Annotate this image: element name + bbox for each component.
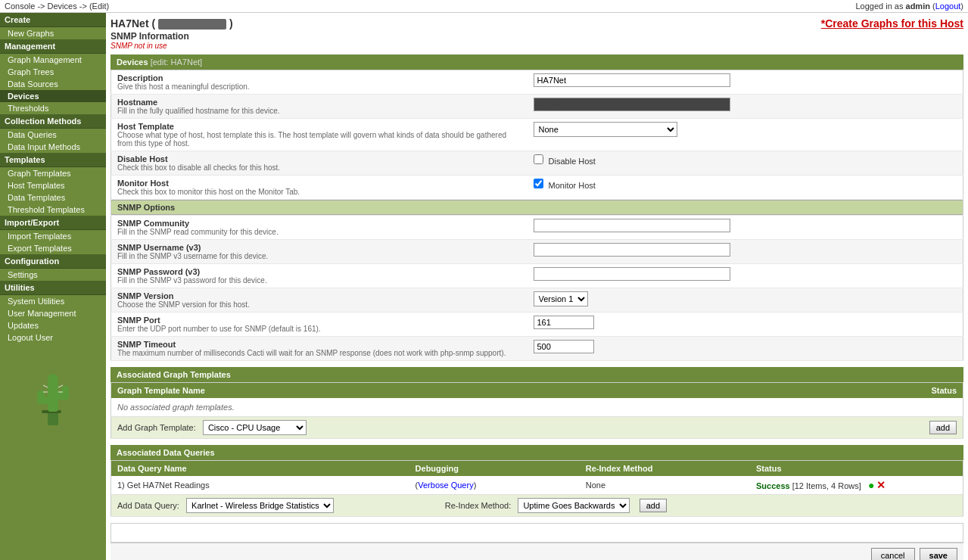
create-graphs-link[interactable]: *Create Graphs for this Host [821, 17, 963, 30]
field-disable-host-title: Disable Host [117, 154, 521, 163]
sidebar-section-import-export: Import/Export [0, 216, 106, 230]
svg-line-8 [43, 385, 48, 387]
sidebar-item-thresholds[interactable]: Thresholds [0, 102, 106, 114]
col-graph-template-status: Status [888, 383, 963, 399]
topbar: Console -> Devices -> (Edit) Logged in a… [0, 0, 968, 13]
monitor-host-checkbox[interactable] [534, 179, 543, 188]
snmp-username-input[interactable] [534, 243, 730, 257]
main-content: HA7Net ( ) SNMP Information SNMP not in … [106, 13, 968, 560]
field-snmp-community-input-cell [528, 216, 963, 240]
sidebar-item-data-input-methods[interactable]: Data Input Methods [0, 141, 106, 153]
disable-host-label: Disable Host [549, 157, 596, 166]
add-graph-template-button[interactable]: add [929, 421, 957, 434]
field-snmp-port-row: SNMP Port Enter the UDP port number to u… [111, 313, 963, 337]
sidebar-item-graph-templates[interactable]: Graph Templates [0, 167, 106, 179]
field-snmp-port-label-cell: SNMP Port Enter the UDP port number to u… [111, 313, 528, 337]
field-snmp-password-title: SNMP Password (v3) [117, 267, 521, 276]
assoc-data-queries-thead-row: Data Query Name Debugging Re-Index Metho… [111, 461, 963, 477]
field-snmp-username-input-cell [528, 240, 963, 264]
sidebar-item-devices[interactable]: Devices [0, 90, 106, 102]
logout-link[interactable]: Logout [935, 2, 961, 11]
field-monitor-host-title: Monitor Host [117, 179, 521, 188]
add-graph-template-select[interactable]: Cisco - CPU Usage Linux - Memory Usage I… [203, 420, 307, 435]
sidebar-item-graph-trees[interactable]: Graph Trees [0, 66, 106, 78]
field-description-title: Description [117, 73, 521, 82]
sidebar-section-collection: Collection Methods [0, 114, 106, 129]
sidebar-section-create: Create [0, 13, 106, 27]
reindex-method-select[interactable]: Uptime Goes Backwards Index Count Change… [518, 498, 630, 513]
sidebar-item-import-templates[interactable]: Import Templates [0, 230, 106, 242]
reindex-method-label: Re-Index Method: [445, 501, 511, 510]
description-input[interactable] [534, 73, 730, 87]
sidebar-item-updates[interactable]: Updates [0, 319, 106, 331]
sidebar-item-user-management[interactable]: User Management [0, 307, 106, 319]
host-template-select[interactable]: None [534, 122, 677, 137]
add-data-query-button[interactable]: add [640, 499, 667, 512]
assoc-data-queries-header: Associated Data Queries [110, 445, 963, 460]
save-button[interactable]: save [920, 548, 957, 560]
field-snmp-password-row: SNMP Password (v3) Fill in the SNMP v3 p… [111, 264, 963, 288]
data-query-status-1: Success [12 Items, 4 Rows] ● ✕ [750, 476, 963, 495]
bottom-spacer-row [113, 525, 961, 540]
field-snmp-port-input-cell [528, 313, 963, 337]
bottom-spacer-table [110, 523, 963, 543]
add-data-query-select[interactable]: Karlnet - Wireless Bridge Statistics SNM… [186, 498, 334, 513]
sidebar-item-data-sources[interactable]: Data Sources [0, 78, 106, 90]
monitor-host-label: Monitor Host [549, 181, 596, 190]
add-data-query-cell: Add Data Query: Karlnet - Wireless Bridg… [111, 495, 963, 517]
sidebar-item-export-templates[interactable]: Export Templates [0, 242, 106, 254]
sidebar-item-data-templates[interactable]: Data Templates [0, 191, 106, 204]
disable-host-checkbox[interactable] [534, 154, 543, 164]
data-query-debugging-1: (Verbose Query) [409, 476, 580, 495]
field-hostname-title: Hostname [117, 98, 521, 107]
field-snmp-version-label-cell: SNMP Version Choose the SNMP version for… [111, 288, 528, 313]
breadcrumb: Console -> Devices -> (Edit) [5, 2, 109, 11]
snmp-options-header-cell: SNMP Options [111, 200, 963, 216]
field-snmp-version-title: SNMP Version [117, 291, 521, 300]
assoc-graph-templates-table: Graph Template Name Status No associated… [110, 382, 963, 439]
sidebar-section-templates: Templates [0, 153, 106, 167]
field-snmp-username-label-cell: SNMP Username (v3) Fill in the SNMP v3 u… [111, 240, 528, 264]
page-title: HA7Net ( ) [110, 17, 233, 30]
sidebar-item-threshold-templates[interactable]: Threshold Templates [0, 204, 106, 216]
assoc-data-queries-section: Associated Data Queries Data Query Name … [110, 445, 963, 517]
sidebar-item-data-queries[interactable]: Data Queries [0, 129, 106, 141]
sidebar-item-new-graphs[interactable]: New Graphs [0, 27, 106, 39]
sidebar-item-logout-user[interactable]: Logout User [0, 331, 106, 344]
no-graph-templates-row: No associated graph templates. [111, 398, 963, 417]
data-query-row-1: 1) Get HA7Net Readings (Verbose Query) N… [111, 476, 963, 495]
assoc-graph-templates-thead-row: Graph Template Name Status [111, 383, 963, 399]
status-red-icon[interactable]: ✕ [876, 479, 886, 491]
field-snmp-version-input-cell: Version 1 Version 2 Version 3 [528, 288, 963, 313]
add-graph-template-row: Add Graph Template: Cisco - CPU Usage Li… [111, 417, 963, 439]
snmp-timeout-input[interactable] [534, 340, 594, 353]
login-info: Logged in as admin (Logout) [855, 2, 963, 11]
field-snmp-timeout-desc: The maximum number of milliseconds Cacti… [117, 349, 521, 357]
form-spacer [110, 523, 963, 543]
field-snmp-port-title: SNMP Port [117, 316, 521, 325]
field-snmp-timeout-input-cell [528, 337, 963, 361]
snmp-community-input[interactable] [534, 219, 730, 232]
verbose-query-link[interactable]: Verbose Query [418, 481, 473, 490]
svg-rect-6 [61, 386, 69, 400]
field-snmp-timeout-row: SNMP Timeout The maximum number of milli… [111, 337, 963, 361]
snmp-version-select[interactable]: Version 1 Version 2 Version 3 [534, 291, 588, 306]
no-graph-templates-text: No associated graph templates. [111, 398, 963, 417]
snmp-port-input[interactable] [534, 316, 594, 329]
device-form-table: Description Give this host a meaningful … [110, 70, 963, 361]
cancel-button[interactable]: cancel [871, 548, 915, 560]
sidebar-item-host-templates[interactable]: Host Templates [0, 179, 106, 191]
bottom-spacer-cell [113, 525, 961, 540]
field-snmp-community-desc: Fill in the SNMP read community for this… [117, 228, 521, 236]
hostname-input[interactable] [534, 98, 730, 111]
field-snmp-port-desc: Enter the UDP port number to use for SNM… [117, 325, 521, 333]
field-snmp-community-row: SNMP Community Fill in the SNMP read com… [111, 216, 963, 240]
col-graph-template-name: Graph Template Name [111, 383, 888, 399]
sidebar-item-settings[interactable]: Settings [0, 269, 106, 281]
status-green-icon[interactable]: ● [868, 479, 874, 491]
sidebar-item-graph-management[interactable]: Graph Management [0, 54, 106, 66]
field-snmp-username-row: SNMP Username (v3) Fill in the SNMP v3 u… [111, 240, 963, 264]
sidebar-item-system-utilities[interactable]: System Utilities [0, 295, 106, 307]
snmp-password-input[interactable] [534, 267, 730, 281]
field-hostname-desc: Fill in the fully qualified hostname for… [117, 107, 521, 115]
